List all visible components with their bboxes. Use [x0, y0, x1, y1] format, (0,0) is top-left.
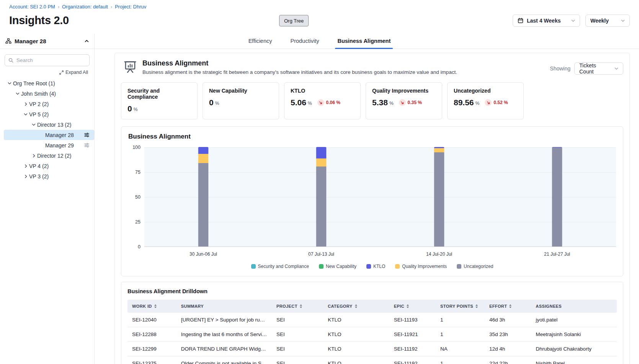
tree-item-vp-3-2[interactable]: VP 3 (2) [0, 171, 94, 181]
section-header-text: Business Alignment Business alignment is… [142, 59, 457, 75]
bar-segment-ktlo [316, 147, 327, 158]
tree-item-director-13-2[interactable]: Director 13 (2) [0, 119, 94, 130]
cell-category: KTLO [323, 313, 389, 327]
sort-icon[interactable] [300, 304, 302, 308]
cell-story_points: 1 [436, 356, 485, 364]
search-input[interactable] [5, 54, 90, 66]
bar-segment-uncategorized [552, 147, 562, 246]
bar-14-jul-20-jul[interactable] [434, 147, 445, 246]
page-header: Account: SEI 2.0 PM › Organization: defa… [0, 0, 639, 34]
kpi-unit: % [308, 101, 312, 106]
tree-item-vp-2-2[interactable]: VP 2 (2) [0, 99, 94, 109]
kpi-value: 0 [127, 104, 132, 113]
legend-label: Quality Improvements [402, 264, 447, 269]
table-row[interactable]: SEI-12040[URGENT] EY > Support for job r… [127, 313, 617, 327]
cell-assignees: Dhrubajyoti Chakraborty [531, 342, 617, 356]
column-header-epic[interactable]: Epic [389, 300, 436, 313]
date-range-select[interactable]: Last 4 Weeks [513, 15, 580, 27]
chevron-down-icon[interactable] [30, 123, 37, 126]
column-header-category[interactable]: Category [323, 300, 389, 313]
column-header-effort[interactable]: Effort [485, 300, 531, 313]
legend-item-quality-improvements[interactable]: Quality Improvements [395, 264, 447, 269]
tree-item-manager-29[interactable]: Manager 29 [0, 140, 94, 150]
table-row[interactable]: SEI-12288Ingesting the last 6 months of … [127, 327, 617, 342]
kpi-card-uncategorized: Uncategorized89.56%0.52 % [447, 82, 524, 119]
chart-card: Business Alignment 0255075100 30 Jun-06 … [121, 126, 623, 276]
y-axis: 0255075100 [128, 147, 144, 247]
sort-icon[interactable] [407, 304, 409, 308]
table-row[interactable]: SEI-12299DORA TREND LINE GRAPH Widgets i… [127, 342, 617, 356]
business-alignment-panel: Business Alignment Business alignment is… [114, 53, 630, 364]
chevron-right-icon[interactable] [22, 175, 29, 178]
legend-label: KTLO [373, 264, 385, 269]
column-header-assignees: Assignees [531, 300, 617, 313]
legend-item-uncategorized[interactable]: Uncategorized [457, 264, 493, 269]
expand-all-button[interactable]: Expand All [59, 70, 88, 75]
chevron-right-icon[interactable] [22, 102, 29, 106]
granularity-select[interactable]: Weekly [585, 15, 630, 27]
bar-21-jul-27-jul[interactable] [552, 147, 562, 246]
bar-segment-uncategorized [198, 163, 209, 246]
showing-select[interactable]: Tickets Count [574, 62, 623, 75]
legend-item-new-capability[interactable]: New Capability [319, 264, 356, 269]
chevron-right-icon[interactable] [22, 164, 29, 168]
legend-swatch [395, 264, 400, 269]
org-tree-button[interactable]: Org Tree [279, 15, 309, 26]
gridline-25 [144, 222, 616, 222]
tree-item-john-smith-4[interactable]: John Smith (4) [0, 88, 94, 99]
bar-07-jul-13-jul[interactable] [316, 147, 327, 246]
main-area: EfficiencyProductivityBusiness Alignment [95, 34, 639, 364]
tree-item-vp-4-2[interactable]: VP 4 (2) [0, 161, 94, 171]
tab-business-alignment[interactable]: Business Alignment [335, 34, 393, 49]
chevron-down-icon [621, 20, 625, 22]
chevron-down-icon[interactable] [22, 113, 29, 116]
cell-epic: SEI-11193 [389, 313, 436, 327]
breadcrumb-account[interactable]: Account: SEI 2.0 PM [9, 4, 55, 10]
chevron-down-icon[interactable] [14, 92, 21, 95]
tree-item-vp-5-2[interactable]: VP 5 (2) [0, 109, 94, 119]
tree-item-manager-28[interactable]: Manager 28 [4, 130, 94, 140]
sort-icon[interactable] [355, 304, 357, 308]
column-header-story_points[interactable]: Story Points [436, 300, 485, 313]
chevron-down-icon[interactable] [6, 82, 13, 85]
legend-item-ktlo[interactable]: KTLO [366, 264, 385, 269]
sliders-icon[interactable] [84, 142, 90, 148]
title-row: Insights 2.0 Org Tree Last 4 Weeks Weekl… [9, 14, 630, 27]
tree-item-org-tree-root-1[interactable]: Org Tree Root (1) [0, 78, 94, 88]
sliders-icon[interactable] [84, 132, 90, 138]
kpi-value: 5.38 [372, 98, 388, 107]
presentation-chart-icon [123, 60, 137, 75]
tree-item-label: Manager 29 [45, 142, 74, 149]
tab-efficiency[interactable]: Efficiency [246, 34, 275, 49]
cell-effort: 12d 4h [485, 342, 531, 356]
sort-icon[interactable] [476, 304, 478, 308]
kpi-row: Security and Compliance0%New Capability0… [121, 82, 623, 119]
sort-icon[interactable] [154, 304, 157, 308]
tree-item-director-12-2[interactable]: Director 12 (2) [0, 150, 94, 161]
column-header-inner: Category [328, 304, 385, 309]
breadcrumb-organization[interactable]: Organization: default [62, 4, 108, 10]
sort-icon[interactable] [509, 304, 512, 308]
tab-productivity[interactable]: Productivity [288, 34, 321, 49]
bar-segment-quality-improvements [198, 154, 209, 163]
table-row[interactable]: SEI-12375Older Commits is not available … [127, 356, 617, 364]
bar-segment-ktlo [198, 147, 209, 154]
chevron-right-icon[interactable] [30, 154, 37, 158]
breadcrumb-project[interactable]: Project: Dhruv [115, 4, 146, 10]
column-header-inner: Epic [394, 304, 431, 309]
sidebar-collapse-icon[interactable] [85, 40, 89, 42]
org-chart-icon [5, 38, 11, 44]
column-header-work_id[interactable]: Work ID [127, 300, 177, 313]
legend-item-security-and-compliance[interactable]: Security and Compliance [251, 264, 309, 269]
y-tick-label: 25 [135, 219, 141, 225]
x-axis: 30 Jun-06 Jul07 Jul-13 Jul14 Jul-20 Jul2… [144, 251, 616, 258]
column-label: Assignees [536, 304, 562, 309]
kpi-unit: % [134, 107, 138, 112]
kpi-unit: % [476, 101, 480, 106]
kpi-trend-value: 0.35 % [408, 100, 422, 105]
app-body: Manager 28 Expand All Org Tree Root (1)J… [0, 34, 639, 364]
gridline-50 [144, 197, 616, 198]
bar-segment-quality-improvements [316, 158, 327, 166]
bar-30-jun-06-jul[interactable] [198, 147, 209, 246]
column-header-project[interactable]: Project [272, 300, 323, 313]
